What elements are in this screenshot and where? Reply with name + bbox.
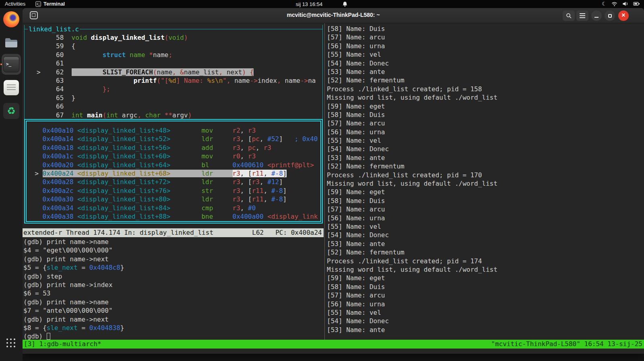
- terminal-content: linked_list.c 58 void display_linked_lis…: [23, 23, 644, 354]
- wifi-icon: [611, 2, 617, 6]
- source-window-border: linked_list.c: [25, 25, 322, 33]
- program-output-line: [57] Name: arcu: [327, 205, 497, 213]
- program-output-line: [55] Name: vel: [327, 136, 497, 145]
- minimize-button[interactable]: [591, 10, 602, 21]
- asm-line: 0x400a2c <display_linked_list+76> str r3…: [27, 187, 320, 195]
- program-output-line: [52] Name: fermentum: [327, 76, 497, 84]
- clock[interactable]: sij 13 16:54: [296, 1, 323, 7]
- close-icon: ×: [621, 12, 625, 19]
- terminal-running-indicator: [0, 64, 2, 65]
- battery-icon: [633, 1, 640, 6]
- source-line: 66: [25, 102, 316, 111]
- program-output-line: [53] Name: ante: [327, 240, 497, 248]
- terminal-icon: >_: [3, 56, 19, 72]
- files-folder-icon: [3, 35, 19, 51]
- system-status-area[interactable]: ☾: [602, 1, 640, 7]
- topbar-center: sij 13 16:54: [0, 1, 644, 7]
- dock-item-files[interactable]: [3, 35, 19, 51]
- program-output-line: [53] Name: ante: [327, 326, 497, 334]
- notifications-bell-icon[interactable]: [342, 1, 348, 7]
- assembly-window[interactable]: 0x400a10 <display_linked_list+48> mov r2…: [24, 119, 323, 224]
- source-line: 64 };: [25, 85, 316, 93]
- gdb-console[interactable]: (gdb) print name->name$4 = "eget\000\000…: [23, 238, 124, 341]
- window-header[interactable]: mcvitic@mcvitic-ThinkPad-L580: ~ ×: [23, 8, 644, 23]
- program-output-line: Missing word list, using default ./word_…: [327, 265, 497, 274]
- program-output-line: [54] Name: Donec: [327, 231, 497, 239]
- source-line: 61: [25, 59, 316, 68]
- program-output-line: [56] Name: urna: [327, 128, 497, 136]
- program-output-line: [56] Name: urna: [327, 42, 497, 50]
- program-output-line: Missing word list, using default ./word_…: [327, 179, 497, 188]
- maximize-button[interactable]: [605, 10, 615, 21]
- program-output-line: [53] Name: ante: [327, 154, 497, 162]
- program-output-pane[interactable]: [58] Name: Duis[57] Name: arcu[56] Name:…: [327, 25, 497, 334]
- asm-line: 0x400a10 <display_linked_list+48> mov r2…: [27, 126, 320, 135]
- gdb-console-line: $5 = {sle_next = 0x4048c8}: [23, 263, 124, 272]
- menu-button[interactable]: [576, 10, 588, 21]
- program-output-line: [55] Name: vel: [327, 308, 497, 317]
- dock-item-firefox[interactable]: [3, 11, 19, 27]
- window-title: mcvitic@mcvitic-ThinkPad-L580: ~: [23, 12, 644, 18]
- text-editor-icon: [4, 80, 19, 95]
- dock-item-text-editor[interactable]: [3, 80, 19, 96]
- tmux-window-list: [3] 1:gdb-multiarch*: [24, 340, 101, 348]
- search-icon: [566, 13, 572, 19]
- gdb-console-line: $4 = "eget\000\000\000": [23, 246, 124, 254]
- asm-line: > 0x400a24 <display_linked_list+68> ldr …: [27, 169, 320, 178]
- search-button[interactable]: [563, 10, 575, 21]
- tmux-pane-divider[interactable]: [324, 23, 325, 340]
- dock-item-software-updater[interactable]: ♻: [3, 103, 19, 119]
- program-output-line: [56] Name: urna: [327, 214, 497, 222]
- program-output-line: [59] Name: eget: [327, 102, 497, 111]
- program-output-line: Process ./linked_list created; pid = 174: [327, 257, 497, 265]
- gdb-status-line: extended-r Thread 174.174 In: display_li…: [23, 228, 324, 237]
- program-output-line: [56] Name: urna: [327, 300, 497, 308]
- software-updater-icon: ♻: [3, 103, 19, 119]
- program-output-line: [54] Name: Donec: [327, 317, 497, 325]
- show-applications-button[interactable]: [6, 338, 15, 347]
- program-output-line: [57] Name: arcu: [327, 119, 497, 127]
- dock: >_ ♻: [0, 8, 23, 361]
- gdb-console-line: (gdb) print name->index: [23, 281, 124, 289]
- close-button[interactable]: ×: [618, 10, 629, 21]
- source-window[interactable]: linked_list.c 58 void display_linked_lis…: [24, 25, 323, 119]
- asm-line: 0x400a38 <display_linked_list+88> bne 0x…: [27, 212, 320, 221]
- firefox-icon: [3, 11, 19, 27]
- program-output-line: [55] Name: vel: [327, 50, 497, 59]
- asm-line: 0x400a1c <display_linked_list+60> mov r0…: [27, 152, 320, 160]
- program-output-line: [54] Name: Donec: [327, 145, 497, 153]
- program-output-line: [58] Name: Duis: [327, 283, 497, 291]
- program-output-line: [58] Name: Duis: [327, 25, 497, 33]
- program-output-line: Missing word list, using default ./word_…: [327, 93, 497, 102]
- source-line: 60 struct name *name;: [25, 51, 316, 59]
- asm-line: 0x400a14 <display_linked_list+52> ldr r3…: [27, 135, 320, 143]
- source-line: 67 int main(int argc, char **argv): [25, 111, 316, 119]
- terminal-window: mcvitic@mcvitic-ThinkPad-L580: ~ × linke…: [23, 8, 644, 354]
- gdb-console-line: $6 = 53: [23, 289, 124, 297]
- minimize-icon: [594, 17, 599, 18]
- gdb-console-line: $7 = "ante\000\000\000": [23, 306, 124, 315]
- source-line: 58 void display_linked_list(void): [25, 33, 316, 42]
- gdb-console-line: $8 = {sle_next = 0x404838}: [23, 324, 124, 332]
- assembly-lines: 0x400a10 <display_linked_list+48> mov r2…: [26, 121, 321, 222]
- program-output-line: [52] Name: fermentum: [327, 248, 497, 256]
- gdb-console-line: (gdb) print name->name: [23, 238, 124, 246]
- gdb-console-line: (gdb) step: [23, 272, 124, 281]
- source-line: 59 {: [25, 42, 316, 50]
- program-output-line: [57] Name: arcu: [327, 291, 497, 299]
- source-line: 65 }: [25, 94, 316, 102]
- source-line: > 62 SLIST_FOREACH(name, &name_list, nex…: [25, 68, 316, 76]
- dock-item-terminal[interactable]: >_: [2, 54, 21, 75]
- program-output-line: [54] Name: Donec: [327, 59, 497, 68]
- source-line: 63 printf("[%d] Name: %s\n", name->index…: [25, 76, 316, 85]
- hamburger-icon: [580, 15, 585, 16]
- program-output-line: Process ./linked_list created; pid = 158: [327, 85, 497, 93]
- top-bar: Activities >_ Terminal sij 13 16:54 ☾: [0, 0, 644, 8]
- program-output-line: [59] Name: eget: [327, 274, 497, 282]
- source-file-title: linked_list.c: [28, 25, 80, 33]
- asm-line: 0x400a30 <display_linked_list+80> ldr r3…: [27, 195, 320, 203]
- tmux-status-bar: [3] 1:gdb-multiarch* "mcvitic-ThinkPad-L…: [23, 340, 644, 349]
- tmux-host-clock: "mcvitic-ThinkPad-L580" 16:54 13-sij-25: [491, 340, 642, 348]
- asm-line: 0x400a28 <display_linked_list+72> ldr r3…: [27, 178, 320, 186]
- night-light-icon: ☾: [602, 1, 607, 7]
